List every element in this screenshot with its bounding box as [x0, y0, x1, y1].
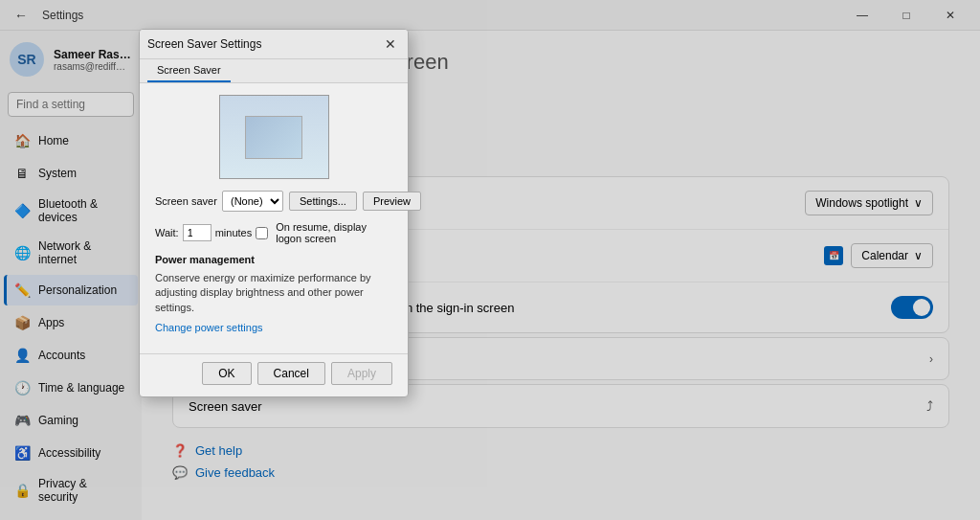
screen-saver-settings-dialog: Screen Saver Settings ✕ Screen Saver Scr…: [139, 29, 409, 397]
modal-footer: OK Cancel Apply: [140, 353, 408, 396]
wait-label: Wait:: [155, 227, 179, 238]
on-resume-label: On resume, display logon screen: [276, 221, 392, 244]
change-power-settings-link[interactable]: Change power settings: [155, 322, 263, 333]
modal-tabs: Screen Saver: [140, 59, 408, 83]
minutes-label: minutes: [215, 227, 253, 238]
screensaver-select-row: Screen saver (None) Settings... Preview: [155, 191, 392, 212]
on-resume-checkbox[interactable]: [256, 227, 268, 239]
screensaver-mini-inner: [246, 117, 301, 158]
modal-title: Screen Saver Settings: [147, 37, 261, 51]
screensaver-label: Screen saver: [155, 195, 222, 207]
modal-close-button[interactable]: ✕: [381, 35, 400, 53]
preview-button[interactable]: Preview: [363, 192, 421, 211]
wait-input[interactable]: [183, 224, 212, 241]
ok-button[interactable]: OK: [202, 362, 251, 385]
screensaver-preview-inner: [220, 96, 328, 178]
apply-button[interactable]: Apply: [331, 362, 392, 385]
screensaver-select[interactable]: (None): [222, 191, 283, 212]
modal-tab-screensaver[interactable]: Screen Saver: [147, 59, 231, 82]
modal-overlay: Screen Saver Settings ✕ Screen Saver Scr…: [0, 0, 980, 520]
power-heading: Power management: [155, 254, 392, 265]
cancel-button[interactable]: Cancel: [257, 362, 325, 385]
power-desc: Conserve energy or maximize performance …: [155, 271, 392, 315]
wait-row: Wait: minutes On resume, display logon s…: [155, 221, 392, 244]
power-management-section: Power management Conserve energy or maxi…: [155, 254, 392, 334]
modal-titlebar: Screen Saver Settings ✕: [140, 30, 408, 59]
screensaver-mini: [245, 116, 302, 159]
modal-body: Screen saver (None) Settings... Preview …: [140, 83, 408, 346]
screensaver-preview: [219, 95, 329, 179]
settings-button[interactable]: Settings...: [289, 192, 357, 211]
